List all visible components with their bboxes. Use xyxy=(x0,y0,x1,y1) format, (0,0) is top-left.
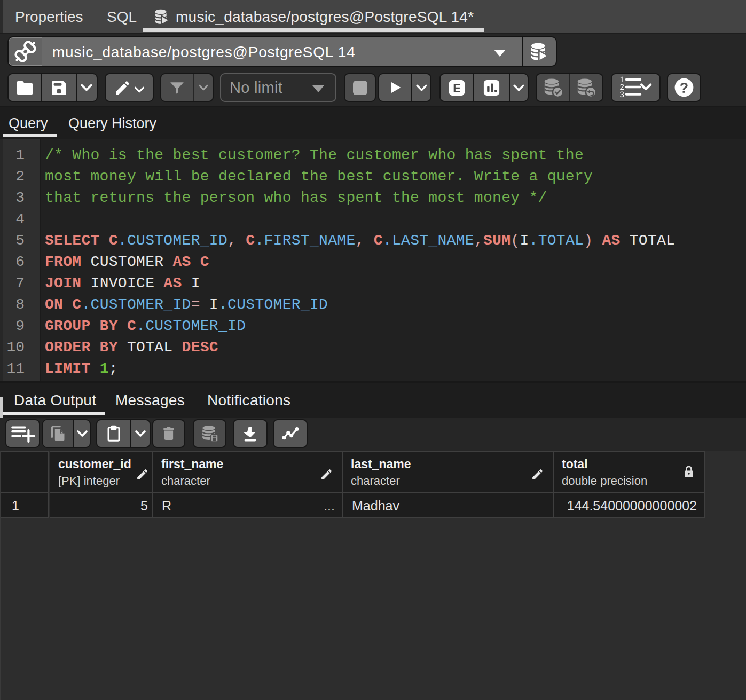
svg-text:?: ? xyxy=(680,80,688,96)
svg-text:3: 3 xyxy=(619,90,624,98)
svg-text:E: E xyxy=(453,81,461,95)
